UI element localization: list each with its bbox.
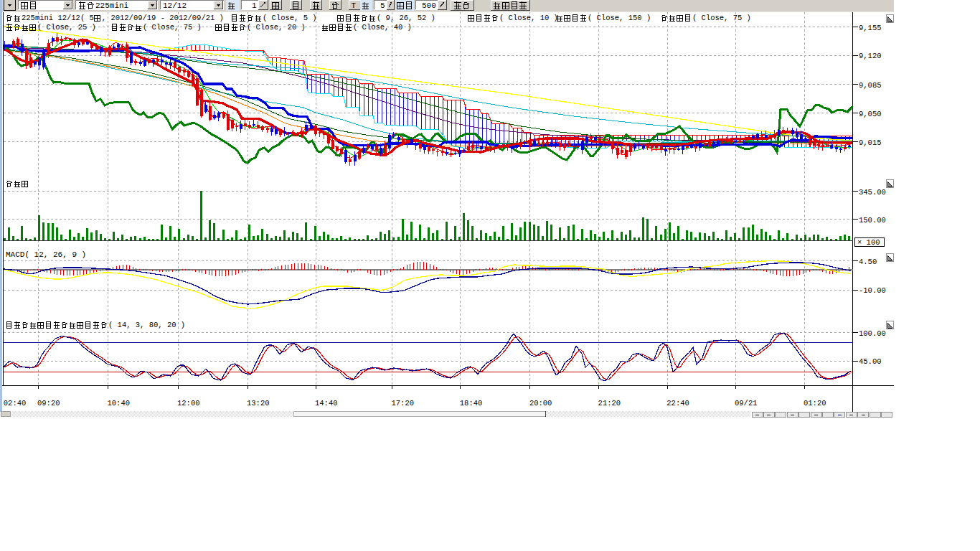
svg-text:9,085: 9,085	[859, 81, 882, 90]
svg-text:( Close, 150 ): ( Close, 150 )	[588, 14, 651, 22]
svg-text:T: T	[352, 1, 357, 10]
svg-text:( 14, 3, 80, 20 ): ( 14, 3, 80, 20 )	[108, 321, 185, 329]
svg-text:150.00: 150.00	[859, 216, 886, 225]
svg-text:12/12: 12/12	[163, 1, 187, 10]
svg-text:45.00: 45.00	[859, 357, 882, 366]
svg-text:12:00: 12:00	[177, 399, 200, 408]
svg-text:225mini: 225mini	[95, 1, 129, 10]
svg-text:09/21: 09/21	[735, 399, 758, 408]
svg-text:× 100: × 100	[857, 238, 880, 247]
svg-text:( Close, 25 ): ( Close, 25 )	[37, 23, 96, 32]
svg-text:9,050: 9,050	[859, 110, 882, 118]
svg-text:5: 5	[380, 1, 385, 10]
svg-text:( 9, 26, 52 ): ( 9, 26, 52 )	[377, 14, 435, 22]
svg-text:14:40: 14:40	[315, 399, 338, 408]
svg-text:( Close, 20 ): ( Close, 20 )	[247, 23, 306, 32]
svg-text:( Close, 40 ): ( Close, 40 )	[353, 23, 412, 32]
svg-text:345.00: 345.00	[859, 188, 886, 197]
svg-text:500: 500	[422, 1, 436, 10]
svg-text:4.50: 4.50	[859, 258, 877, 266]
svg-text:20:00: 20:00	[529, 399, 552, 408]
svg-text:17:20: 17:20	[392, 399, 415, 408]
svg-text:9,155: 9,155	[859, 24, 882, 32]
svg-text:, 2012/09/19 - 2012/09/21 ): , 2012/09/19 - 2012/09/21 )	[102, 14, 224, 22]
svg-text:01:20: 01:20	[804, 399, 826, 408]
svg-text:( Close, 10 ): ( Close, 10 )	[499, 14, 558, 22]
svg-text:02:40: 02:40	[4, 399, 27, 408]
svg-text:( Close, 75 ): ( Close, 75 )	[692, 14, 751, 22]
svg-text:10:40: 10:40	[108, 399, 131, 408]
svg-text:( Close, 75 ): ( Close, 75 )	[143, 23, 202, 32]
svg-text:1: 1	[252, 1, 257, 10]
svg-text:-10.00: -10.00	[859, 286, 886, 295]
svg-text:9,120: 9,120	[859, 52, 882, 60]
svg-text:100.00: 100.00	[859, 329, 886, 338]
svg-text:13:20: 13:20	[247, 399, 270, 408]
svg-text:225mini 12/12( 5: 225mini 12/12( 5	[22, 14, 94, 22]
svg-text:18:40: 18:40	[460, 399, 483, 408]
svg-text:( Close, 5 ): ( Close, 5 )	[263, 14, 317, 22]
svg-text:21:20: 21:20	[598, 399, 621, 408]
svg-text:MACD( 12, 26, 9 ): MACD( 12, 26, 9 )	[6, 250, 86, 259]
svg-text:22:40: 22:40	[666, 399, 689, 408]
svg-text:9,015: 9,015	[859, 138, 882, 147]
svg-text:09:20: 09:20	[37, 399, 60, 408]
